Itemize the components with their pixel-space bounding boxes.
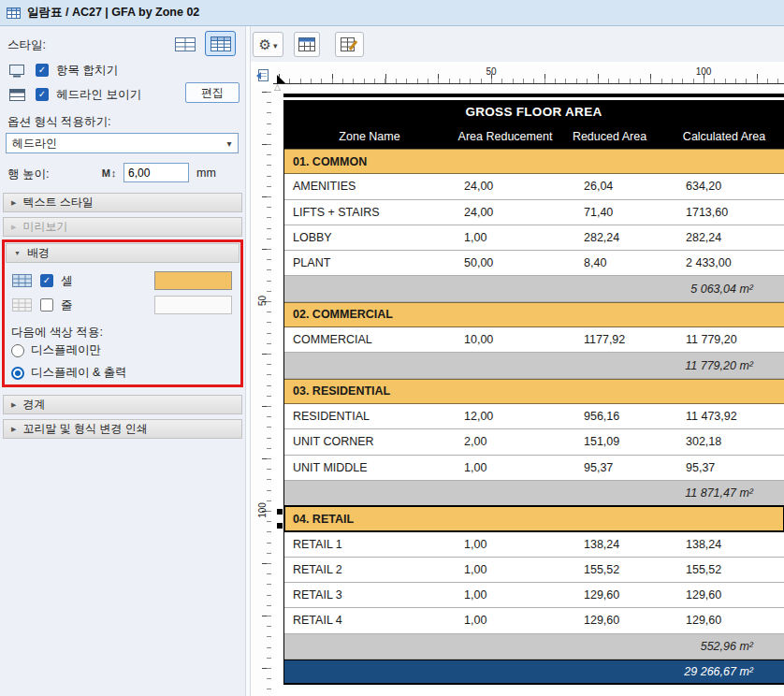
table-row[interactable]: COMMERCIAL 10,00 1177,92 11 779,20 [284, 327, 784, 353]
table-cell: COMMERCIAL [284, 333, 457, 346]
window-titlebar: 일람표 / AC27 | GFA by Zone 02 [0, 0, 784, 26]
subtotal-row[interactable]: 552,96 m² [284, 634, 784, 660]
ruler-label: 100 [696, 66, 712, 77]
table-section-row-selected[interactable]: 04. RETAIL [284, 506, 784, 531]
chevron-down-icon [14, 250, 21, 256]
cell-grid-icon [10, 274, 33, 287]
table-cell: 129,60 [665, 614, 784, 627]
row-height-input[interactable] [123, 163, 189, 182]
table-cell: 129,60 [556, 588, 665, 602]
table-cell: PLANT [284, 256, 457, 269]
line-checkbox[interactable] [40, 298, 53, 312]
text-height-icon: M↕ [96, 164, 122, 182]
table-cell: 71,40 [556, 206, 665, 219]
style-option-compact-button[interactable] [171, 33, 199, 55]
cell-color-swatch[interactable] [154, 271, 232, 290]
ruler-ticks [267, 92, 271, 696]
update-button[interactable] [253, 65, 273, 85]
settings-panel: 스타일: 항목 합치기 헤드라인 보이기 편집 옵션 형식 [0, 26, 245, 696]
subtotal-row[interactable]: 11 871,47 m² [284, 481, 784, 506]
chevron-right-icon [11, 199, 16, 207]
table-top-border [283, 94, 784, 97]
table-cell: 282,24 [665, 231, 784, 244]
table-section-row[interactable]: 01. COMMON [284, 149, 784, 174]
table-cell: LIFTS + STAIRS [284, 206, 457, 219]
chevron-down-icon [221, 138, 238, 149]
table-section-row[interactable]: 03. RESIDENTIAL [284, 379, 784, 404]
scheme-settings-button[interactable]: ⚙ [253, 32, 283, 57]
cell-checkbox[interactable] [40, 274, 53, 287]
radio-display-print[interactable]: 디스플레이 & 출력 [11, 365, 127, 381]
table-body: 01. COMMON AMENITIES 24,00 26,04 634,20 … [283, 149, 784, 685]
table-cell: 95,37 [665, 461, 784, 474]
format-dropdown[interactable]: 헤드라인 [6, 133, 239, 153]
style-option-detailed-button[interactable] [205, 31, 236, 56]
ruler-label: 50 [257, 292, 268, 311]
total-value: 29 266,67 m² [684, 665, 784, 678]
table-cell: 155,52 [665, 563, 784, 576]
table-cell: 138,24 [665, 538, 784, 551]
section-background[interactable]: 배경 [6, 243, 240, 263]
headline-icon [6, 89, 28, 101]
table-row[interactable]: LOBBY 1,00 282,24 282,24 [284, 225, 784, 251]
radio-display-only-label: 디스플레이만 [31, 342, 101, 358]
table-row[interactable]: UNIT MIDDLE 1,00 95,37 95,37 [284, 456, 784, 481]
table-cell: LOBBY [284, 231, 457, 244]
table-cell: RETAIL 4 [284, 614, 457, 627]
table-row[interactable]: RESIDENTIAL 12,00 956,16 11 473,92 [284, 404, 784, 429]
section-background-label: 배경 [27, 245, 50, 261]
table-cell: 151,09 [556, 435, 665, 448]
section-label: 01. COMMON [284, 155, 367, 168]
radio-icon [11, 344, 24, 357]
table-cell: 1,00 [457, 461, 556, 474]
section-border[interactable]: 경계 [3, 395, 242, 414]
line-color-row: 줄 [5, 295, 233, 315]
table-row[interactable]: PLANT 50,00 8,40 2 433,00 [284, 251, 784, 276]
table-cell: 10,00 [457, 333, 556, 346]
table-cell: 1713,60 [665, 206, 784, 219]
table-row[interactable]: RETAIL 2 1,00 155,52 155,52 [284, 558, 784, 583]
table-section-row[interactable]: 02. COMMERCIAL [284, 302, 784, 327]
table-cell: UNIT MIDDLE [284, 461, 457, 474]
table-row[interactable]: LIFTS + STAIRS 24,00 71,40 1713,60 [284, 200, 784, 225]
ruler-label: 100 [257, 501, 268, 520]
total-row[interactable]: 29 266,67 m² [284, 660, 784, 685]
radio-display-only[interactable]: 디스플레이만 [11, 342, 101, 358]
line-color-swatch[interactable] [154, 296, 232, 314]
merge-items-row: 항목 합치기 [0, 60, 245, 80]
chevron-right-icon [11, 426, 16, 433]
table-row[interactable]: AMENITIES 24,00 26,04 634,20 [284, 174, 784, 199]
column-header: Zone Name [283, 130, 456, 143]
radio-selected-icon [11, 367, 24, 380]
selection-handle[interactable] [277, 509, 283, 515]
selection-handle[interactable] [277, 523, 283, 529]
table-cell: 95,37 [556, 461, 665, 474]
table-row[interactable]: RETAIL 4 1,00 129,60 129,60 [284, 608, 784, 633]
table-cell: RETAIL 3 [284, 588, 457, 602]
table-cell: 2,00 [457, 435, 556, 448]
table-cell: RETAIL 1 [284, 538, 457, 551]
table-style-compact-icon [175, 37, 196, 51]
dropdown-arrow-icon [273, 37, 278, 51]
cell-color-row: 셀 [5, 270, 233, 291]
table-title[interactable]: GROSS FLOOR AREA [283, 100, 784, 123]
table-cell: AMENITIES [284, 180, 457, 193]
table-row[interactable]: RETAIL 3 1,00 129,60 129,60 [284, 583, 784, 608]
merge-cells-button[interactable] [294, 32, 320, 57]
edit-button[interactable]: 편집 [185, 82, 240, 103]
horizontal-ruler: 50 100 [273, 65, 784, 84]
edit-scheme-button[interactable] [335, 32, 364, 57]
table-row[interactable]: RETAIL 1 1,00 138,24 138,24 [284, 531, 784, 557]
merge-items-checkbox[interactable] [36, 64, 49, 77]
subtotal-row[interactable]: 5 063,04 m² [284, 276, 784, 301]
headline-checkbox[interactable] [36, 88, 49, 101]
merge-items-label: 항목 합치기 [56, 63, 118, 79]
section-text-style[interactable]: 텍스트 스타일 [3, 193, 242, 212]
schedule-canvas: ⚙ 50 100 50 100 [251, 26, 784, 696]
apply-format-label: 옵션 형식 적용하기: [7, 114, 110, 130]
column-header-row[interactable]: Zone Name Area Reducement Reduced Area C… [283, 123, 784, 149]
subtotal-row[interactable]: 11 779,20 m² [284, 353, 784, 378]
table-row[interactable]: UNIT CORNER 2,00 151,09 302,18 [284, 429, 784, 455]
table-cell: 11 473,92 [665, 410, 784, 423]
section-footer[interactable]: 꼬리말 및 형식 변경 인쇄 [3, 419, 242, 439]
